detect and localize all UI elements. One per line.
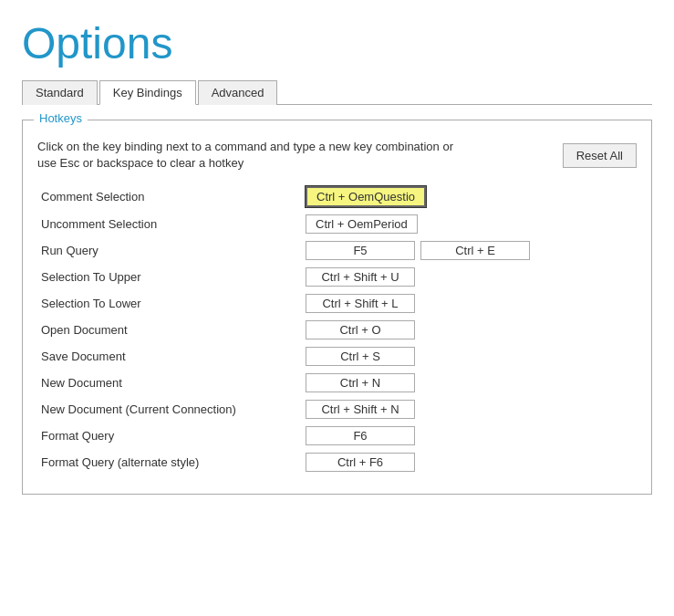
command-label: Save Document — [37, 343, 302, 370]
key-bindings-cell: Ctrl + F6 — [302, 449, 637, 475]
key-box[interactable]: Ctrl + O — [306, 320, 415, 339]
command-label: Open Document — [37, 317, 302, 343]
key-bindings-cell: Ctrl + Shift + L — [302, 290, 637, 317]
table-row: Save DocumentCtrl + S — [37, 343, 637, 370]
command-label: Uncomment Selection — [37, 211, 302, 237]
key-bindings-cell: Ctrl + Shift + U — [302, 264, 637, 290]
table-row: Open DocumentCtrl + O — [37, 317, 637, 343]
table-row: Uncomment SelectionCtrl + OemPeriod — [37, 211, 637, 237]
key-box[interactable]: Ctrl + E — [420, 241, 530, 260]
table-row: Selection To LowerCtrl + Shift + L — [37, 290, 637, 317]
hotkeys-section: Hotkeys Click on the key binding next to… — [22, 120, 652, 495]
key-bindings-cell: Ctrl + OemPeriod — [302, 211, 637, 237]
key-bindings-cell: Ctrl + OemQuestio — [302, 183, 637, 211]
key-bindings-cell: Ctrl + N — [302, 370, 637, 396]
table-row: Selection To UpperCtrl + Shift + U — [37, 264, 637, 290]
hotkey-description-text: Click on the key binding next to a comma… — [37, 139, 457, 172]
key-bindings-cell: F5Ctrl + E — [302, 237, 637, 264]
table-row: Run QueryF5Ctrl + E — [37, 237, 637, 264]
table-row: Comment SelectionCtrl + OemQuestio — [37, 183, 637, 211]
key-box[interactable]: Ctrl + OemPeriod — [306, 214, 418, 234]
key-box[interactable]: F5 — [306, 241, 415, 260]
tab-advanced[interactable]: Advanced — [198, 80, 278, 105]
key-box[interactable]: Ctrl + S — [306, 347, 415, 366]
table-row: New Document (Current Connection)Ctrl + … — [37, 396, 637, 423]
page-title: Options — [22, 18, 652, 68]
bindings-table: Comment SelectionCtrl + OemQuestioUncomm… — [37, 183, 637, 475]
command-label: New Document — [37, 370, 302, 396]
command-label: New Document (Current Connection) — [37, 396, 302, 423]
table-row: New DocumentCtrl + N — [37, 370, 637, 396]
tab-keybindings[interactable]: Key Bindings — [99, 80, 196, 105]
command-label: Format Query (alternate style) — [37, 449, 302, 475]
key-box[interactable]: Ctrl + Shift + U — [306, 267, 415, 287]
table-row: Format QueryF6 — [37, 423, 637, 449]
key-box[interactable]: Ctrl + F6 — [306, 453, 415, 472]
key-box[interactable]: F6 — [306, 426, 415, 445]
command-label: Comment Selection — [37, 183, 302, 211]
key-box[interactable]: Ctrl + N — [306, 373, 415, 392]
command-label: Selection To Lower — [37, 290, 302, 317]
key-bindings-cell: Ctrl + Shift + N — [302, 396, 637, 423]
section-legend: Hotkeys — [34, 111, 88, 125]
key-bindings-cell: Ctrl + S — [302, 343, 637, 370]
key-box[interactable]: Ctrl + OemQuestio — [306, 186, 426, 207]
key-box[interactable]: Ctrl + Shift + L — [306, 294, 415, 313]
command-label: Run Query — [37, 237, 302, 264]
key-bindings-cell: Ctrl + O — [302, 317, 637, 343]
table-row: Format Query (alternate style)Ctrl + F6 — [37, 449, 637, 475]
command-label: Selection To Upper — [37, 264, 302, 290]
hotkey-description-row: Click on the key binding next to a comma… — [37, 139, 637, 172]
key-bindings-cell: F6 — [302, 423, 637, 449]
tab-standard[interactable]: Standard — [22, 80, 98, 105]
key-box[interactable]: Ctrl + Shift + N — [306, 400, 415, 419]
tab-bar: StandardKey BindingsAdvanced — [22, 79, 652, 105]
command-label: Format Query — [37, 423, 302, 449]
reset-all-button[interactable]: Reset All — [563, 143, 637, 168]
